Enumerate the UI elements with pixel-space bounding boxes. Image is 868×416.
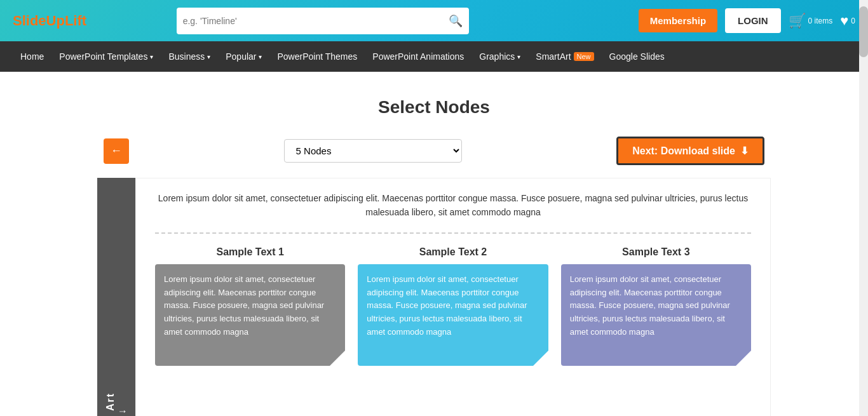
- slide-area: t Art ↓ Lorem ipsum dolor sit amet, cons…: [97, 178, 771, 416]
- card-2-box: Lorem ipsum dolor sit amet, consectetuer…: [358, 264, 548, 366]
- card-2-text: Lorem ipsum dolor sit amet, consectetuer…: [367, 274, 527, 337]
- back-button[interactable]: ←: [104, 138, 129, 164]
- next-button-label: Next: Download slide: [632, 145, 735, 157]
- card-1-text: Lorem ipsum dolor sit amet, consectetuer…: [164, 274, 324, 337]
- nav-popular[interactable]: Popular ▾: [218, 41, 269, 72]
- card-col-1: Sample Text 1 Lorem ipsum dolor sit amet…: [155, 246, 345, 366]
- nav-smartart[interactable]: SmartArt New: [528, 41, 601, 72]
- card-3-title: Sample Text 3: [622, 246, 689, 258]
- logo-up: Up: [46, 13, 65, 29]
- login-button[interactable]: LOGIN: [725, 8, 781, 33]
- card-2-fold: [533, 351, 548, 366]
- side-tab: t Art ↓: [97, 178, 135, 416]
- nav-powerpoint-themes[interactable]: PowerPoint Themes: [269, 41, 365, 72]
- main-content: Select Nodes ← 1 Node 2 Nodes 3 Nodes 4 …: [85, 72, 783, 416]
- nav-powerpoint-animations[interactable]: PowerPoint Animations: [365, 41, 471, 72]
- header-right: Membership LOGIN 🛒 0 items ♥ 0: [639, 8, 855, 33]
- card-1-title: Sample Text 1: [216, 246, 283, 258]
- nav-business[interactable]: Business ▾: [161, 41, 218, 72]
- download-icon: ⬇: [740, 145, 749, 157]
- nav-google-slides[interactable]: Google Slides: [602, 41, 672, 72]
- search-input[interactable]: [183, 16, 449, 26]
- page-title: Select Nodes: [97, 97, 771, 117]
- card-3-text: Lorem ipsum dolor sit amet, consectetuer…: [570, 274, 730, 337]
- next-download-button[interactable]: Next: Download slide ⬇: [616, 137, 764, 165]
- search-icon[interactable]: 🔍: [449, 14, 463, 28]
- logo-slide: Slide: [13, 13, 46, 29]
- site-logo[interactable]: SlideUpLift: [13, 13, 86, 29]
- card-1-fold: [330, 351, 345, 366]
- card-2-title: Sample Text 2: [419, 246, 487, 258]
- main-nav: Home PowerPoint Templates ▾ Business ▾ P…: [0, 41, 868, 72]
- search-bar: 🔍: [177, 8, 469, 34]
- card-col-2: Sample Text 2 Lorem ipsum dolor sit amet…: [358, 246, 548, 366]
- nav-home[interactable]: Home: [13, 41, 51, 72]
- wishlist-icon[interactable]: ♥ 0: [840, 13, 855, 29]
- nav-powerpoint-templates[interactable]: PowerPoint Templates ▾: [51, 41, 161, 72]
- card-3-box: Lorem ipsum dolor sit amet, consectetuer…: [561, 264, 751, 366]
- card-col-3: Sample Text 3 Lorem ipsum dolor sit amet…: [561, 246, 751, 366]
- side-tab-text: t Art ↓: [105, 393, 128, 416]
- scrollbar-thumb[interactable]: [859, 6, 868, 57]
- card-3-fold: [736, 351, 751, 366]
- controls-row: ← 1 Node 2 Nodes 3 Nodes 4 Nodes 5 Nodes…: [97, 137, 771, 165]
- divider: [155, 232, 751, 234]
- lorem-text: Lorem ipsum dolor sit amet, consectetuer…: [155, 191, 751, 220]
- wish-count: 0: [851, 17, 855, 25]
- nav-graphics[interactable]: Graphics ▾: [471, 41, 528, 72]
- cart-count: 0 items: [808, 17, 833, 25]
- nodes-select[interactable]: 1 Node 2 Nodes 3 Nodes 4 Nodes 5 Nodes 6…: [284, 139, 462, 163]
- card-1-box: Lorem ipsum dolor sit amet, consectetuer…: [155, 264, 345, 366]
- cart-icon[interactable]: 🛒 0 items: [789, 13, 833, 29]
- membership-button[interactable]: Membership: [639, 9, 717, 32]
- slide-content: Lorem ipsum dolor sit amet, consectetuer…: [135, 178, 771, 416]
- logo-lift: Lift: [65, 13, 86, 29]
- new-badge: New: [574, 52, 594, 61]
- scrollbar[interactable]: [859, 0, 868, 416]
- site-header: SlideUpLift 🔍 Membership LOGIN 🛒 0 items…: [0, 0, 868, 41]
- cards-row: Sample Text 1 Lorem ipsum dolor sit amet…: [155, 246, 751, 366]
